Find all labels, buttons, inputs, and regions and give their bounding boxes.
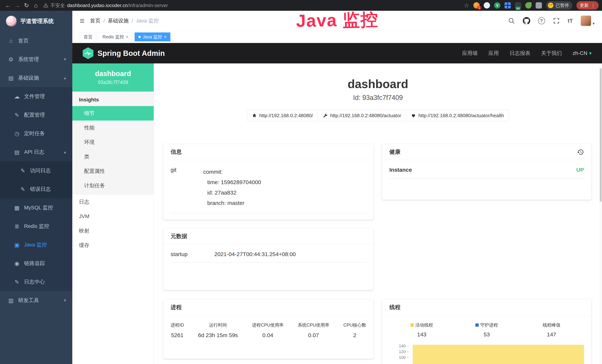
card-title: 线程 xyxy=(389,304,400,311)
tab-java-monitor[interactable]: Java 监控 × xyxy=(135,32,170,41)
sidebar-item-label: 错误日志 xyxy=(30,186,51,193)
sba-nav-applications[interactable]: 应用 xyxy=(489,50,499,57)
gear-icon: ⚙ xyxy=(7,56,14,63)
kebab-menu-icon[interactable]: ⋮ xyxy=(591,3,595,8)
sidebar-item-error-logs[interactable]: ✎ 错误日志 xyxy=(0,180,72,198)
content-scrollbar[interactable] xyxy=(599,64,602,364)
extension-badge: 1 xyxy=(477,6,481,10)
close-icon[interactable]: × xyxy=(126,34,129,40)
sba-item-caches[interactable]: 缓存 xyxy=(72,238,154,253)
forward-button[interactable]: → xyxy=(13,0,22,11)
extension-fox-icon[interactable]: 1 xyxy=(473,2,480,9)
language-selector[interactable]: zh-CN ▾ xyxy=(573,50,592,56)
app-logo[interactable]: 芋道管理系统 xyxy=(0,11,72,32)
edit-icon: ✎ xyxy=(19,186,26,193)
sidebar-item-dev-tools[interactable]: ▥ 研发工具 ▾ xyxy=(0,291,72,310)
address-bar[interactable]: 不安全 dashboard.yudao.iocoder.cn/infra/adm… xyxy=(43,2,168,9)
sba-item-details[interactable]: 细节 xyxy=(72,106,154,120)
process-col-cores: CPU核心数 2 xyxy=(343,322,366,338)
browser-home-button[interactable]: ⌂ xyxy=(31,0,40,11)
edit-icon: ✎ xyxy=(19,167,26,174)
bookmark-star-icon[interactable]: ☆ xyxy=(464,2,469,9)
profile-paused-badge[interactable]: 已暂停 xyxy=(546,1,572,10)
info-row-value: commit: time: 1596289704000 id: 27aa832 … xyxy=(203,167,261,208)
table-row: git commit: time: 1596289704000 id: 27aa… xyxy=(171,167,366,213)
reload-button[interactable]: ↻ xyxy=(22,0,31,11)
user-menu[interactable]: ▾ xyxy=(581,16,595,26)
extension-grid-icon[interactable] xyxy=(505,2,511,9)
endpoint-health-button[interactable]: http://192.168.0.2:48080/actuator/health xyxy=(406,110,509,121)
sidebar-item-home[interactable]: ⌂ 首页 xyxy=(0,32,72,50)
breadcrumb-item-home[interactable]: 首页 xyxy=(90,17,100,24)
sba-item-configprops[interactable]: 配置属性 xyxy=(72,164,154,178)
sidebar-item-api-logs[interactable]: ▤ API 日志 ▴ xyxy=(0,143,72,161)
sba-nav-journal[interactable]: 日志报表 xyxy=(510,50,530,57)
breadcrumb-item-infrastructure[interactable]: 基础设施 xyxy=(108,17,129,24)
chevron-up-icon: ▴ xyxy=(64,75,66,80)
sba-brand-title: Spring Boot Admin xyxy=(97,49,165,57)
on-badge: on xyxy=(516,7,520,10)
legend-live-threads: 活动线程 143 xyxy=(389,322,454,338)
sba-nav: 应用墙 应用 日志报表 关于我们 zh-CN ▾ xyxy=(462,50,592,57)
sidebar-item-infrastructure[interactable]: ▤ 基础设施 ▴ xyxy=(0,69,72,87)
sidebar-toggle-icon[interactable]: ≡ xyxy=(80,16,85,25)
breadcrumb-separator: / xyxy=(103,18,105,24)
sba-nav-wallboard[interactable]: 应用墙 xyxy=(462,50,478,57)
github-icon[interactable] xyxy=(523,17,530,24)
sba-nav-about[interactable]: 关于我们 xyxy=(541,50,562,57)
sba-item-beans[interactable]: 类 xyxy=(72,150,154,164)
sidebar-item-java-monitor[interactable]: ▣ Java 监控 xyxy=(0,236,72,254)
sidebar-item-config-mgmt[interactable]: ✎ 配置管理 xyxy=(0,106,72,124)
sba-brand[interactable]: Spring Boot Admin xyxy=(83,47,165,59)
sidebar-item-file-mgmt[interactable]: ☁ 文件管理 xyxy=(0,87,72,106)
admin-menu: ⌂ 首页 ⚙ 系统管理 ▾ ▤ 基础设施 ▴ ☁ 文件管理 ✎ 配置管理 xyxy=(0,32,72,310)
sba-item-scheduled-tasks[interactable]: 计划任务 xyxy=(72,178,154,193)
search-icon[interactable] xyxy=(508,17,515,24)
sba-item-mappings[interactable]: 映射 xyxy=(72,224,154,238)
endpoint-root-button[interactable]: http://192.168.0.2:48080/ xyxy=(247,110,318,121)
sidebar-item-redis-monitor[interactable]: ≣ Redis 监控 xyxy=(0,217,72,236)
extension-on-icon[interactable]: on xyxy=(515,2,521,9)
history-icon[interactable] xyxy=(577,149,584,156)
close-icon[interactable]: × xyxy=(164,34,166,40)
extension-leaf-icon[interactable] xyxy=(525,2,532,9)
scrollbar-thumb[interactable] xyxy=(600,68,602,202)
sidebar-item-tracing[interactable]: ◉ 链路追踪 xyxy=(0,254,72,273)
extension-v-icon[interactable]: V xyxy=(494,2,500,9)
sidebar-item-system-mgmt[interactable]: ⚙ 系统管理 ▾ xyxy=(0,50,72,69)
back-button[interactable]: ← xyxy=(3,0,13,11)
sidebar-item-scheduled-jobs[interactable]: ◷ 定时任务 xyxy=(0,124,72,143)
extensions-puzzle-icon[interactable] xyxy=(536,2,542,9)
endpoint-actuator-button[interactable]: http://192.168.0.2:48080/actuator xyxy=(318,110,406,121)
chevron-up-icon: ▴ xyxy=(64,150,66,154)
infrastructure-icon: ▤ xyxy=(7,75,14,81)
tab-home[interactable]: 首页 xyxy=(80,32,97,41)
sidebar-item-label: 文件管理 xyxy=(24,93,45,100)
extension-drop-icon[interactable] xyxy=(484,2,490,9)
paused-label: 已暂停 xyxy=(556,2,569,8)
column-header: CPU核心数 xyxy=(343,322,366,328)
font-size-icon[interactable]: tT xyxy=(568,18,573,24)
sidebar-item-access-logs[interactable]: ✎ 访问日志 xyxy=(0,161,72,180)
instance-id-line: Id: 93a3fc7f7409 xyxy=(154,94,602,102)
info-row-label: git xyxy=(171,167,203,208)
sidebar-item-mysql-monitor[interactable]: ▦ MySQL 监控 xyxy=(0,198,72,217)
endpoint-label: http://192.168.0.2:48080/actuator/health xyxy=(419,113,504,118)
instance-header[interactable]: dashboard 93a3fc7f7409 xyxy=(72,64,154,92)
card-title: 信息 xyxy=(171,148,182,156)
help-icon[interactable]: ? xyxy=(538,17,545,24)
browser-update-button[interactable]: 更新 ⋮ xyxy=(576,1,599,10)
process-card-header: 进程 xyxy=(163,300,374,315)
sba-header: Spring Boot Admin 应用墙 应用 日志报表 关于我们 zh-CN… xyxy=(72,43,602,64)
sba-item-loggers[interactable]: 日志 xyxy=(72,195,154,209)
sba-item-jvm[interactable]: JVM xyxy=(72,209,154,224)
sba-item-performance[interactable]: 性能 xyxy=(72,120,154,135)
sba-item-environment[interactable]: 环境 xyxy=(72,135,154,150)
sidebar-item-log-center[interactable]: ✎ 日志中心 xyxy=(0,273,72,291)
health-card-header: 健康 xyxy=(382,144,591,160)
process-card: 进程 进程ID 5261 运行时间 6d 23h 15m 59s 进程CPU使用… xyxy=(163,300,374,359)
tab-redis-monitor[interactable]: Redis 监控 × xyxy=(99,32,132,41)
fullscreen-icon[interactable] xyxy=(553,17,560,24)
metadata-card-body: startup 2021-04-27T00:44:31.254+08:00 xyxy=(163,244,374,268)
app-title: 芋道管理系统 xyxy=(20,17,54,25)
